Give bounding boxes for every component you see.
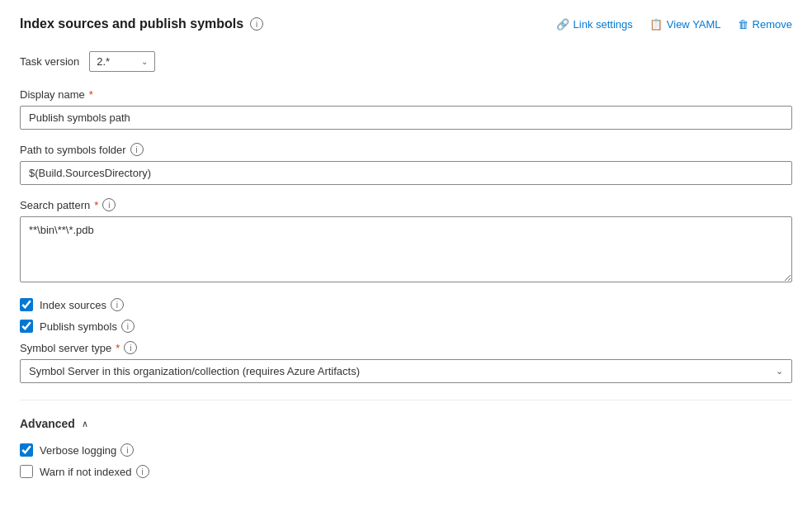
index-sources-label[interactable]: Index sources i (40, 298, 124, 311)
task-version-row: Task version 2.* ⌄ (20, 51, 792, 72)
verbose-logging-info-icon[interactable]: i (120, 443, 134, 457)
dropdown-arrow-icon: ⌄ (776, 366, 783, 377)
publish-symbols-label[interactable]: Publish symbols i (40, 320, 135, 333)
remove-label: Remove (753, 18, 792, 31)
publish-symbols-info-icon[interactable]: i (121, 320, 135, 333)
header-actions: 🔗 Link settings 📋 View YAML 🗑 Remove (556, 18, 792, 31)
path-symbols-folder-label: Path to symbols folder i (20, 143, 792, 156)
symbol-server-type-dropdown[interactable]: Symbol Server in this organization/colle… (20, 359, 792, 383)
symbol-server-type-label: Symbol server type * i (20, 341, 792, 354)
search-pattern-field: Search pattern * i **\bin\**\*.pdb (20, 198, 792, 285)
search-pattern-textarea[interactable]: **\bin\**\*.pdb (20, 216, 792, 282)
page-header: Index sources and publish symbols i 🔗 Li… (20, 17, 792, 31)
display-name-field: Display name * (20, 88, 792, 130)
advanced-section-header[interactable]: Advanced ∧ (20, 417, 792, 430)
link-settings-label: Link settings (574, 18, 633, 31)
path-info-icon[interactable]: i (130, 143, 144, 156)
verbose-logging-checkbox[interactable] (20, 443, 33, 457)
page-title: Index sources and publish symbols (20, 17, 243, 31)
view-yaml-label: View YAML (667, 18, 721, 31)
required-star-3: * (116, 342, 120, 354)
header-left: Index sources and publish symbols i (20, 17, 263, 31)
required-star-2: * (94, 199, 98, 211)
search-pattern-label: Search pattern * i (20, 198, 792, 211)
index-sources-row: Index sources i (20, 298, 792, 311)
warn-not-indexed-row: Warn if not indexed i (20, 465, 792, 478)
symbol-server-type-value: Symbol Server in this organization/colle… (29, 365, 360, 377)
display-name-label: Display name * (20, 88, 792, 101)
view-yaml-button[interactable]: 📋 View YAML (649, 18, 721, 31)
search-pattern-info-icon[interactable]: i (102, 198, 116, 211)
section-divider (20, 400, 792, 400)
index-sources-info-icon[interactable]: i (111, 298, 124, 311)
title-info-icon[interactable]: i (250, 17, 263, 31)
symbol-server-type-field: Symbol server type * i Symbol Server in … (20, 341, 792, 383)
warn-not-indexed-info-icon[interactable]: i (136, 465, 149, 478)
verbose-logging-label[interactable]: Verbose logging i (40, 443, 134, 457)
symbol-server-type-info-icon[interactable]: i (124, 341, 137, 354)
chevron-down-icon: ⌄ (141, 57, 148, 66)
yaml-icon: 📋 (649, 18, 663, 31)
path-symbols-folder-field: Path to symbols folder i (20, 143, 792, 185)
display-name-input[interactable] (20, 106, 792, 130)
link-icon: 🔗 (556, 18, 569, 31)
remove-button[interactable]: 🗑 Remove (738, 18, 792, 31)
task-version-value: 2.* (97, 55, 110, 68)
task-version-select[interactable]: 2.* ⌄ (89, 51, 155, 72)
task-version-label: Task version (20, 55, 79, 68)
warn-not-indexed-label[interactable]: Warn if not indexed i (40, 465, 149, 478)
advanced-title: Advanced (20, 417, 75, 430)
link-settings-button[interactable]: 🔗 Link settings (556, 18, 633, 31)
path-symbols-folder-input[interactable] (20, 161, 792, 185)
publish-symbols-checkbox[interactable] (20, 320, 33, 333)
chevron-up-icon: ∧ (82, 419, 88, 429)
required-star: * (89, 88, 93, 101)
remove-icon: 🗑 (738, 18, 748, 31)
warn-not-indexed-checkbox[interactable] (20, 465, 33, 478)
verbose-logging-row: Verbose logging i (20, 443, 792, 457)
publish-symbols-row: Publish symbols i (20, 320, 792, 333)
index-sources-checkbox[interactable] (20, 298, 33, 311)
